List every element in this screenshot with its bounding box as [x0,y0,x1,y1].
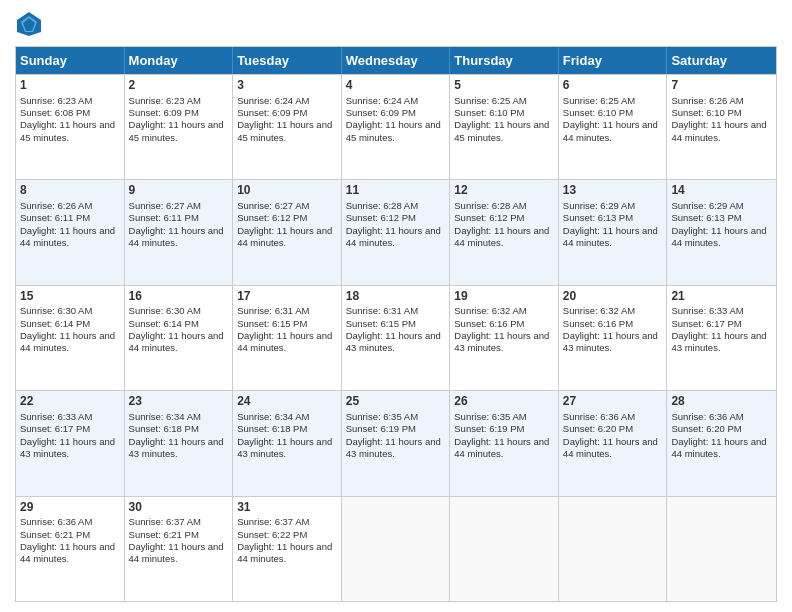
daylight-text: Daylight: 11 hours and 43 minutes. [454,330,549,353]
sunset-text: Sunset: 6:19 PM [346,423,416,434]
day-number: 25 [346,394,446,410]
daylight-text: Daylight: 11 hours and 44 minutes. [237,225,332,248]
weekday-header-tuesday: Tuesday [233,47,342,74]
day-number: 12 [454,183,554,199]
day-number: 21 [671,289,772,305]
day-number: 2 [129,78,229,94]
sunrise-text: Sunrise: 6:32 AM [563,305,635,316]
daylight-text: Daylight: 11 hours and 43 minutes. [671,330,766,353]
weekday-header-saturday: Saturday [667,47,776,74]
day-number: 18 [346,289,446,305]
weekday-header-monday: Monday [125,47,234,74]
day-cell-26: 26 Sunrise: 6:35 AM Sunset: 6:19 PM Dayl… [450,391,559,495]
day-cell-8: 8 Sunrise: 6:26 AM Sunset: 6:11 PM Dayli… [16,180,125,284]
day-number: 3 [237,78,337,94]
logo [15,10,47,38]
day-cell-15: 15 Sunrise: 6:30 AM Sunset: 6:14 PM Dayl… [16,286,125,390]
sunset-text: Sunset: 6:08 PM [20,107,90,118]
sunset-text: Sunset: 6:09 PM [237,107,307,118]
sunrise-text: Sunrise: 6:36 AM [671,411,743,422]
sunrise-text: Sunrise: 6:34 AM [129,411,201,422]
day-number: 22 [20,394,120,410]
sunrise-text: Sunrise: 6:26 AM [671,95,743,106]
daylight-text: Daylight: 11 hours and 45 minutes. [346,119,441,142]
calendar-row-4: 22 Sunrise: 6:33 AM Sunset: 6:17 PM Dayl… [16,390,776,495]
sunset-text: Sunset: 6:21 PM [20,529,90,540]
sunrise-text: Sunrise: 6:32 AM [454,305,526,316]
day-number: 28 [671,394,772,410]
sunrise-text: Sunrise: 6:37 AM [237,516,309,527]
sunset-text: Sunset: 6:10 PM [454,107,524,118]
weekday-header-wednesday: Wednesday [342,47,451,74]
day-cell-1: 1 Sunrise: 6:23 AM Sunset: 6:08 PM Dayli… [16,75,125,179]
day-number: 29 [20,500,120,516]
sunrise-text: Sunrise: 6:23 AM [129,95,201,106]
daylight-text: Daylight: 11 hours and 44 minutes. [20,541,115,564]
calendar: SundayMondayTuesdayWednesdayThursdayFrid… [15,46,777,602]
sunrise-text: Sunrise: 6:28 AM [346,200,418,211]
sunrise-text: Sunrise: 6:37 AM [129,516,201,527]
sunset-text: Sunset: 6:10 PM [563,107,633,118]
daylight-text: Daylight: 11 hours and 44 minutes. [671,119,766,142]
day-number: 17 [237,289,337,305]
day-number: 26 [454,394,554,410]
sunrise-text: Sunrise: 6:35 AM [454,411,526,422]
sunrise-text: Sunrise: 6:24 AM [346,95,418,106]
calendar-header: SundayMondayTuesdayWednesdayThursdayFrid… [16,47,776,74]
daylight-text: Daylight: 11 hours and 44 minutes. [454,225,549,248]
calendar-row-2: 8 Sunrise: 6:26 AM Sunset: 6:11 PM Dayli… [16,179,776,284]
day-cell-27: 27 Sunrise: 6:36 AM Sunset: 6:20 PM Dayl… [559,391,668,495]
daylight-text: Daylight: 11 hours and 44 minutes. [454,436,549,459]
sunset-text: Sunset: 6:16 PM [454,318,524,329]
header [15,10,777,38]
day-cell-17: 17 Sunrise: 6:31 AM Sunset: 6:15 PM Dayl… [233,286,342,390]
calendar-row-1: 1 Sunrise: 6:23 AM Sunset: 6:08 PM Dayli… [16,74,776,179]
weekday-header-thursday: Thursday [450,47,559,74]
day-number: 1 [20,78,120,94]
sunset-text: Sunset: 6:12 PM [237,212,307,223]
day-cell-6: 6 Sunrise: 6:25 AM Sunset: 6:10 PM Dayli… [559,75,668,179]
daylight-text: Daylight: 11 hours and 44 minutes. [346,225,441,248]
sunrise-text: Sunrise: 6:29 AM [671,200,743,211]
sunset-text: Sunset: 6:14 PM [20,318,90,329]
day-cell-11: 11 Sunrise: 6:28 AM Sunset: 6:12 PM Dayl… [342,180,451,284]
day-cell-2: 2 Sunrise: 6:23 AM Sunset: 6:09 PM Dayli… [125,75,234,179]
sunrise-text: Sunrise: 6:33 AM [671,305,743,316]
daylight-text: Daylight: 11 hours and 44 minutes. [129,225,224,248]
day-number: 8 [20,183,120,199]
daylight-text: Daylight: 11 hours and 43 minutes. [129,436,224,459]
daylight-text: Daylight: 11 hours and 44 minutes. [563,119,658,142]
daylight-text: Daylight: 11 hours and 44 minutes. [237,541,332,564]
day-number: 9 [129,183,229,199]
day-cell-13: 13 Sunrise: 6:29 AM Sunset: 6:13 PM Dayl… [559,180,668,284]
day-cell-14: 14 Sunrise: 6:29 AM Sunset: 6:13 PM Dayl… [667,180,776,284]
day-number: 31 [237,500,337,516]
day-number: 7 [671,78,772,94]
calendar-row-3: 15 Sunrise: 6:30 AM Sunset: 6:14 PM Dayl… [16,285,776,390]
daylight-text: Daylight: 11 hours and 44 minutes. [129,541,224,564]
day-number: 20 [563,289,663,305]
empty-cell [667,497,776,601]
day-cell-24: 24 Sunrise: 6:34 AM Sunset: 6:18 PM Dayl… [233,391,342,495]
daylight-text: Daylight: 11 hours and 45 minutes. [237,119,332,142]
day-cell-25: 25 Sunrise: 6:35 AM Sunset: 6:19 PM Dayl… [342,391,451,495]
sunrise-text: Sunrise: 6:36 AM [563,411,635,422]
sunrise-text: Sunrise: 6:28 AM [454,200,526,211]
sunset-text: Sunset: 6:15 PM [237,318,307,329]
sunset-text: Sunset: 6:14 PM [129,318,199,329]
empty-cell [342,497,451,601]
empty-cell [559,497,668,601]
sunrise-text: Sunrise: 6:36 AM [20,516,92,527]
sunset-text: Sunset: 6:21 PM [129,529,199,540]
daylight-text: Daylight: 11 hours and 44 minutes. [237,330,332,353]
day-number: 13 [563,183,663,199]
day-number: 6 [563,78,663,94]
daylight-text: Daylight: 11 hours and 45 minutes. [20,119,115,142]
daylight-text: Daylight: 11 hours and 43 minutes. [563,330,658,353]
day-number: 30 [129,500,229,516]
day-number: 19 [454,289,554,305]
sunset-text: Sunset: 6:09 PM [129,107,199,118]
sunrise-text: Sunrise: 6:34 AM [237,411,309,422]
sunrise-text: Sunrise: 6:26 AM [20,200,92,211]
daylight-text: Daylight: 11 hours and 44 minutes. [129,330,224,353]
